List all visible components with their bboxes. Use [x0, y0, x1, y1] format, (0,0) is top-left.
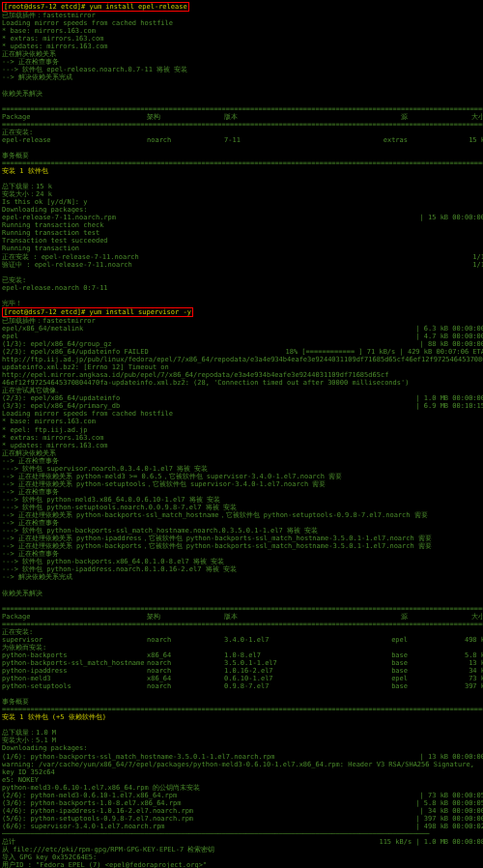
download-block: 总下载量：1.0 M安装大小：5.1 MDownloading packages… — [2, 729, 483, 760]
download-block-1: 总下载量：15 k安装大小：24 kIs this ok [y/d/N]: yD… — [2, 183, 483, 252]
error-line: 46ef12f97254645370804470fa-updateinfo.xm… — [2, 379, 483, 387]
repo-line: epel| 4.7 kB 00:00:00 — [2, 333, 483, 340]
terminal-output: [root@dss7-12 etcd]# yum install epel-re… — [2, 2, 483, 868]
repo-line: (3/3): epel/x86_64/primary_db| 6.9 MB 00… — [2, 402, 483, 410]
separator: ========================================… — [2, 121, 483, 129]
table-header: Package架构版本源大小 — [2, 613, 483, 621]
dependency-block: Loading mirror speeds from cached hostfi… — [2, 410, 483, 604]
nokey-line: python-meld3-0.6.10-1.el7.x86_64.rpm 的公钥… — [2, 784, 483, 792]
retry-line: 正在尝试其它镜像。 — [2, 387, 483, 394]
command-line-2: [root@dss7-12 etcd]# yum install supervi… — [2, 307, 483, 317]
repo-line: (2/3): epel/x86_64/updateinfo| 1.0 MB 00… — [2, 394, 483, 402]
table-row: epel-releasenoarch7-11extras15 k — [2, 136, 483, 144]
install-line: 正在安装 : epel-release-7-11.noarch1/1 — [2, 253, 483, 261]
output-block-1: 已加载插件：fastestmirrorLoading mirror speeds… — [2, 12, 483, 105]
warning-line: e5: NOKEY — [2, 776, 483, 784]
command-line-1: [root@dss7-12 etcd]# yum install epel-re… — [2, 2, 483, 12]
table-section: 正在安装: — [2, 628, 483, 636]
separator: ────────────────────────────────────────… — [2, 830, 483, 838]
table-row: 正在安装: — [2, 129, 483, 136]
separator: ========================================… — [2, 159, 483, 167]
table-header: Package架构版本源大小 — [2, 113, 483, 121]
download-list: (2/6): python-meld3-0.6.10-1.el7.x86_64.… — [2, 792, 483, 830]
install-count: 安装 1 软件包 — [2, 167, 483, 175]
error-line: http://ftp.iij.ad.jp/pub/linux/fedora/ep… — [2, 356, 483, 379]
warning-line: warning: /var/cache/yum/x86_64/7/epel/pa… — [2, 761, 483, 776]
gpg-block: 从 file:///etc/pki/rpm-gpg/RPM-GPG-KEY-EP… — [2, 846, 483, 868]
separator: ========================================… — [2, 706, 483, 713]
verify-line: 验证中 : epel-release-7-11.noarch1/1 — [2, 261, 483, 269]
install-count: 安装 1 软件包 (+5 依赖软件包) — [2, 713, 483, 721]
repo-line: (2/3): epel/x86_64/updateinfo FAILED18% … — [2, 348, 483, 356]
total-line: 总计115 kB/s | 1.0 MB 00:00:08 — [2, 838, 483, 846]
transaction-summary: 事务概要 — [2, 152, 483, 159]
repo-line: (1/3): epel/x86_64/group_gz| 88 kB 00:00… — [2, 340, 483, 348]
transaction-summary: 事务概要 — [2, 698, 483, 706]
table-body: supervisornoarch3.4.0-1.el7epel498 k为依赖而… — [2, 636, 483, 690]
separator: ========================================… — [2, 605, 483, 613]
repo-line: epel/x86_64/metalink| 6.3 kB 00:00:00 — [2, 325, 483, 333]
installed-block: 已安装: epel-release.noarch 0:7-11 完毕！ — [2, 276, 483, 307]
output-block: 已加载插件：fastestmirror — [2, 317, 483, 325]
separator: ========================================… — [2, 105, 483, 113]
separator: ========================================… — [2, 621, 483, 628]
